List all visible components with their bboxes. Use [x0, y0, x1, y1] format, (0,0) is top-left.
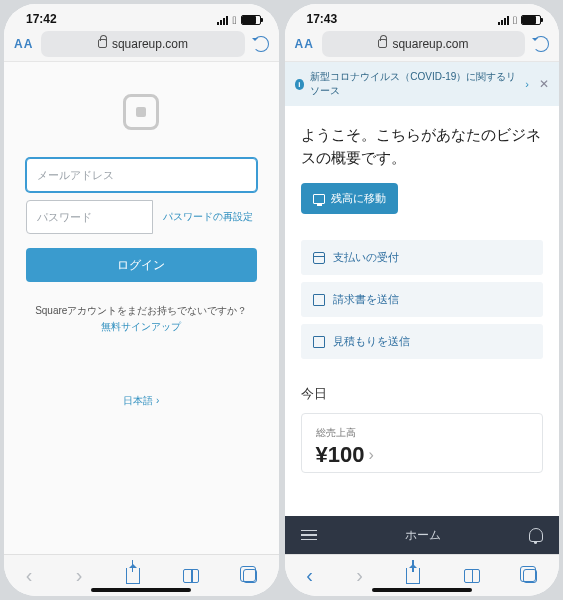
refresh-icon[interactable]: [533, 36, 549, 52]
chevron-right-icon: ›: [525, 78, 529, 90]
today-heading: 今日: [301, 385, 544, 403]
page-content: メールアドレス パスワード パスワードの再設定 ログイン Squareアカウント…: [4, 62, 279, 554]
close-banner-icon[interactable]: ✕: [539, 77, 549, 91]
signup-prompt: Squareアカウントをまだお持ちでないですか？: [26, 304, 257, 318]
status-indicators: 􀙇: [217, 14, 260, 26]
back-button[interactable]: ‹: [306, 564, 313, 587]
page-content: i 新型コロナウイルス（COVID-19）に関するリソース › ✕ ようこそ。こ…: [285, 62, 560, 554]
battery-icon: [521, 15, 541, 25]
move-to-balance-button[interactable]: 残高に移動: [301, 183, 398, 214]
action-send-estimate[interactable]: 見積もりを送信: [301, 324, 544, 359]
action-label: 支払いの受付: [333, 250, 399, 265]
action-send-invoice[interactable]: 請求書を送信: [301, 282, 544, 317]
wifi-icon: 􀙇: [232, 14, 236, 26]
url-domain: squareup.com: [392, 37, 468, 51]
quick-actions: 支払いの受付 請求書を送信 見積もりを送信: [301, 240, 544, 359]
lock-icon: [98, 39, 107, 48]
home-indicator[interactable]: [372, 588, 472, 592]
password-field[interactable]: パスワード: [26, 200, 153, 234]
safari-address-bar: AA squareup.com: [285, 26, 560, 62]
login-button[interactable]: ログイン: [26, 248, 257, 282]
status-time: 17:43: [307, 12, 338, 26]
bookmarks-icon[interactable]: [464, 569, 480, 583]
email-placeholder: メールアドレス: [37, 168, 114, 183]
card-icon: [313, 252, 325, 264]
forward-button[interactable]: ›: [356, 564, 363, 587]
email-field[interactable]: メールアドレス: [26, 158, 257, 192]
battery-icon: [241, 15, 261, 25]
refresh-icon[interactable]: [253, 36, 269, 52]
home-indicator[interactable]: [91, 588, 191, 592]
language-selector[interactable]: 日本語 ›: [26, 394, 257, 408]
chevron-right-icon: ›: [368, 446, 373, 464]
url-domain: squareup.com: [112, 37, 188, 51]
bell-icon[interactable]: [529, 528, 543, 542]
info-icon: i: [295, 79, 305, 90]
tabs-icon[interactable]: [523, 569, 537, 583]
phone-login: 17:42 􀙇 AA squareup.com メールアドレス パスワード パス…: [4, 4, 279, 596]
reset-password-link[interactable]: パスワードの再設定: [153, 200, 257, 234]
url-field[interactable]: squareup.com: [322, 31, 525, 57]
share-icon[interactable]: [126, 568, 140, 584]
gross-sales-card[interactable]: 総売上高 ¥100 ›: [301, 413, 544, 473]
cellular-icon: [498, 16, 509, 25]
status-indicators: 􀙇: [498, 14, 541, 26]
tabs-icon[interactable]: [243, 569, 257, 583]
menu-icon[interactable]: [301, 530, 317, 541]
monitor-icon: [313, 194, 325, 204]
wifi-icon: 􀙇: [513, 14, 517, 26]
gross-sales-amount: ¥100: [316, 442, 365, 468]
status-time: 17:42: [26, 12, 57, 26]
password-placeholder: パスワード: [37, 210, 92, 225]
action-accept-payment[interactable]: 支払いの受付: [301, 240, 544, 275]
signup-link[interactable]: 無料サインアップ: [26, 320, 257, 334]
status-bar: 17:43 􀙇: [285, 4, 560, 26]
forward-button[interactable]: ›: [76, 564, 83, 587]
text-size-button[interactable]: AA: [295, 37, 314, 51]
move-balance-label: 残高に移動: [331, 191, 386, 206]
safari-address-bar: AA squareup.com: [4, 26, 279, 62]
share-icon[interactable]: [406, 568, 420, 584]
estimate-icon: [313, 336, 325, 348]
action-label: 請求書を送信: [333, 292, 399, 307]
action-label: 見積もりを送信: [333, 334, 410, 349]
gross-sales-label: 総売上高: [316, 426, 529, 440]
square-logo: [123, 94, 159, 130]
lock-icon: [378, 39, 387, 48]
phone-dashboard: 17:43 􀙇 AA squareup.com i 新型コロナウイルス（COVI…: [285, 4, 560, 596]
back-button[interactable]: ‹: [26, 564, 33, 587]
bookmarks-icon[interactable]: [183, 569, 199, 583]
invoice-icon: [313, 294, 325, 306]
banner-text: 新型コロナウイルス（COVID-19）に関するリソース: [310, 70, 519, 98]
status-bar: 17:42 􀙇: [4, 4, 279, 26]
app-bottom-nav: ホーム: [285, 516, 560, 554]
covid-banner[interactable]: i 新型コロナウイルス（COVID-19）に関するリソース › ✕: [285, 62, 560, 106]
cellular-icon: [217, 16, 228, 25]
url-field[interactable]: squareup.com: [41, 31, 244, 57]
welcome-heading: ようこそ。こちらがあなたのビジネスの概要です。: [301, 124, 544, 169]
text-size-button[interactable]: AA: [14, 37, 33, 51]
nav-home-label[interactable]: ホーム: [405, 527, 441, 544]
